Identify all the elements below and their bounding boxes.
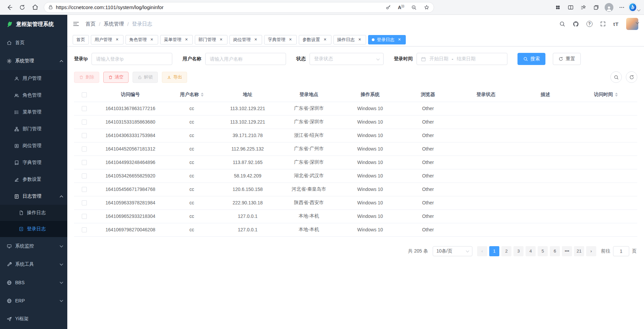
sidebar-item-system-mgmt[interactable]: 系统管理 — [0, 52, 67, 70]
row-checkbox[interactable] — [82, 227, 87, 232]
page-button-2[interactable]: 2 — [501, 246, 511, 256]
delete-button[interactable]: 删除 — [74, 72, 99, 83]
row-checkbox[interactable] — [82, 173, 87, 178]
sort-carets-icon[interactable] — [615, 93, 618, 97]
page-button-1[interactable]: 1 — [489, 246, 499, 256]
favorites-button[interactable] — [577, 2, 589, 13]
page-button-21[interactable]: 21 — [574, 246, 584, 256]
tab-close-icon[interactable]: × — [322, 37, 328, 42]
unlock-button[interactable]: 解锁 — [133, 72, 158, 83]
page-button-3[interactable]: 3 — [513, 246, 524, 256]
tab-6[interactable]: 字典管理× — [264, 35, 297, 44]
user-name-input[interactable] — [205, 53, 286, 65]
tab-close-icon[interactable]: × — [218, 37, 224, 42]
tab-close-icon[interactable]: × — [253, 37, 258, 42]
sidebar-item-role-mgmt[interactable]: 角色管理 — [0, 87, 67, 104]
tab-close-icon[interactable]: × — [357, 37, 362, 42]
zoom-out-button[interactable] — [409, 3, 419, 12]
row-checkbox[interactable] — [82, 160, 87, 165]
row-checkbox[interactable] — [82, 214, 87, 219]
page-button-6[interactable]: 6 — [550, 246, 560, 256]
sidebar-item-param-settings[interactable]: 参数设置 — [0, 171, 67, 188]
sidebar-collapse-button[interactable] — [73, 21, 79, 27]
row-checkbox[interactable] — [82, 187, 87, 192]
copilot-button[interactable]: b — [629, 2, 641, 13]
address-bar[interactable]: https://ccnetcore.com:1101/system/log/lo… — [44, 2, 434, 13]
browser-home-button[interactable] — [29, 2, 41, 13]
login-ip-input[interactable] — [92, 53, 172, 65]
sidebar-item-yi-framework[interactable]: Yi框架 — [0, 310, 67, 328]
tab-8[interactable]: 操作日志× — [333, 35, 366, 44]
split-screen-button[interactable] — [565, 2, 577, 13]
browser-back-button[interactable] — [3, 2, 15, 13]
search-button[interactable]: 搜索 — [517, 53, 545, 65]
sidebar-item-bbs[interactable]: BBS — [0, 273, 67, 292]
help-button[interactable]: ? — [586, 21, 593, 27]
sidebar-item-operation-log[interactable]: 操作日志 — [0, 205, 67, 221]
clear-button[interactable]: 清空 — [103, 72, 129, 83]
user-avatar[interactable] — [626, 18, 638, 30]
login-status-select[interactable]: 登录状态 — [310, 53, 384, 65]
sidebar-item-dept-mgmt[interactable]: 部门管理 — [0, 121, 67, 137]
sort-carets-icon[interactable] — [201, 93, 204, 97]
sidebar-item-system-monitor[interactable]: 系统监控 — [0, 237, 67, 255]
breadcrumb-system[interactable]: 系统管理 — [104, 21, 124, 27]
page-size-select[interactable]: 10条/页 — [433, 246, 472, 256]
tab-1[interactable]: 用户管理× — [91, 35, 123, 44]
sidebar-item-post-mgmt[interactable]: 岗位管理 — [0, 137, 67, 154]
export-button[interactable]: 导出 — [162, 72, 187, 83]
url-text[interactable]: https://ccnetcore.com:1101/system/log/lo… — [56, 4, 381, 10]
app-logo[interactable]: 意框架管理系统 — [0, 15, 67, 34]
toggle-search-button[interactable] — [610, 71, 622, 83]
sidebar-item-erp[interactable]: ERP — [0, 292, 67, 310]
breadcrumb-home[interactable]: 首页 — [85, 21, 96, 27]
goto-page-input[interactable] — [613, 246, 629, 256]
collections-button[interactable] — [590, 2, 602, 13]
tab-close-icon[interactable]: × — [397, 37, 402, 42]
row-checkbox[interactable] — [82, 133, 87, 138]
tab-3[interactable]: 菜单管理× — [160, 35, 193, 44]
browser-refresh-button[interactable] — [16, 2, 28, 13]
saved-passwords-button[interactable] — [383, 3, 393, 12]
column-header-user[interactable]: 用户名称 — [167, 88, 217, 102]
page-button-5[interactable]: 5 — [538, 246, 548, 256]
tab-close-icon[interactable]: × — [184, 37, 189, 42]
reset-button[interactable]: 重置 — [553, 53, 581, 65]
row-checkbox[interactable] — [82, 120, 87, 125]
select-all-checkbox[interactable] — [82, 92, 87, 97]
page-button-4[interactable]: 4 — [526, 246, 536, 256]
font-size-button[interactable]: tT — [613, 21, 619, 27]
browser-settings-button[interactable] — [616, 2, 628, 13]
tab-0[interactable]: 首页 — [73, 35, 89, 44]
github-link[interactable] — [573, 21, 579, 27]
sidebar-item-login-log[interactable]: 登录日志 — [0, 221, 67, 237]
tab-close-icon[interactable]: × — [288, 37, 293, 42]
fullscreen-button[interactable] — [600, 21, 606, 27]
sidebar-item-user-mgmt[interactable]: 用户管理 — [0, 70, 67, 87]
sidebar-item-menu-mgmt[interactable]: 菜单管理 — [0, 104, 67, 121]
more-pages-button[interactable]: ••• — [562, 246, 572, 256]
row-checkbox[interactable] — [82, 146, 87, 152]
prev-page-button[interactable]: ‹ — [477, 246, 487, 256]
sidebar-item-home[interactable]: 首页 — [0, 34, 67, 52]
tab-2[interactable]: 角色管理× — [126, 35, 158, 44]
tab-9[interactable]: 登录日志× — [368, 35, 406, 44]
user-menu[interactable] — [626, 18, 639, 30]
column-header-time[interactable]: 访问时间 — [574, 88, 637, 102]
row-checkbox[interactable] — [82, 106, 87, 111]
row-checkbox[interactable] — [82, 200, 87, 205]
browser-essentials-button[interactable] — [552, 2, 564, 13]
browser-profile-button[interactable] — [603, 2, 615, 13]
tab-close-icon[interactable]: × — [149, 37, 154, 42]
header-search-button[interactable] — [559, 21, 565, 27]
tab-7[interactable]: 参数设置× — [299, 35, 331, 44]
refresh-table-button[interactable] — [626, 71, 637, 83]
tab-5[interactable]: 岗位管理× — [229, 35, 262, 44]
tab-close-icon[interactable]: × — [114, 37, 120, 42]
login-time-range-picker[interactable]: 开始日期 - 结束日期 — [417, 53, 507, 65]
sidebar-item-dict-mgmt[interactable]: 字典管理 — [0, 154, 67, 171]
sidebar-item-log-mgmt[interactable]: 日志管理 — [0, 188, 67, 205]
read-aloud-button[interactable]: A))) — [396, 3, 406, 12]
next-page-button[interactable]: › — [586, 246, 596, 256]
sidebar-item-system-tools[interactable]: 系统工具 — [0, 255, 67, 273]
